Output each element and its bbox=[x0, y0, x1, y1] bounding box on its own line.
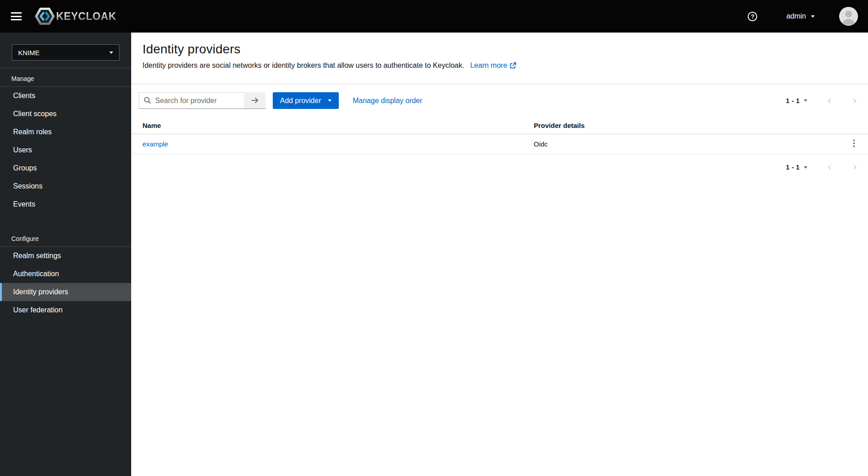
sidebar-item-user-federation[interactable]: User federation bbox=[0, 301, 131, 319]
previous-page-button[interactable] bbox=[826, 164, 833, 171]
kebab-icon bbox=[853, 139, 855, 147]
previous-page-button[interactable] bbox=[826, 97, 833, 104]
provider-details-cell: Oidc bbox=[522, 134, 839, 154]
pagination-range: 1 - 1 bbox=[786, 97, 800, 104]
provider-name-link[interactable]: example bbox=[142, 140, 168, 148]
sidebar-item-realm-roles[interactable]: Realm roles bbox=[0, 123, 131, 141]
pagination-options-toggle[interactable]: 1 - 1 bbox=[786, 97, 807, 104]
avatar[interactable] bbox=[839, 7, 858, 26]
realm-selector-value: KNIME bbox=[18, 49, 40, 57]
nav-group-title-configure: Configure bbox=[0, 228, 131, 247]
page-description-row: Identity providers are social networks o… bbox=[142, 61, 857, 70]
chevron-down-icon bbox=[328, 99, 332, 102]
add-provider-label: Add provider bbox=[280, 97, 321, 105]
nav-group-title-manage: Manage bbox=[0, 68, 131, 87]
page-header: Identity providers Identity providers ar… bbox=[131, 33, 868, 84]
nav-group-configure: Configure Realm settings Authentication … bbox=[0, 228, 131, 319]
main-content: Identity providers Identity providers ar… bbox=[131, 33, 868, 476]
keycloak-hexagon-icon bbox=[34, 7, 55, 25]
column-header-name: Name bbox=[131, 117, 522, 134]
hamburger-menu-icon[interactable] bbox=[11, 12, 22, 20]
chevron-down-icon bbox=[811, 15, 815, 18]
chevron-down-icon bbox=[804, 99, 807, 102]
search-input[interactable] bbox=[139, 92, 244, 109]
page-description: Identity providers are social networks o… bbox=[142, 61, 464, 69]
sidebar-item-client-scopes[interactable]: Client scopes bbox=[0, 105, 131, 123]
chevron-left-icon bbox=[826, 97, 833, 104]
search-group bbox=[139, 92, 266, 109]
realm-selector[interactable]: KNIME bbox=[12, 44, 119, 61]
add-provider-button[interactable]: Add provider bbox=[273, 92, 339, 109]
pagination-range: 1 - 1 bbox=[786, 164, 800, 171]
sidebar-item-events[interactable]: Events bbox=[0, 195, 131, 213]
next-page-button[interactable] bbox=[852, 97, 858, 104]
sidebar-item-sessions[interactable]: Sessions bbox=[0, 177, 131, 195]
chevron-right-icon bbox=[852, 97, 858, 104]
row-actions-kebab-button[interactable] bbox=[849, 137, 859, 151]
manage-display-order-link[interactable]: Manage display order bbox=[353, 97, 422, 105]
search-icon bbox=[144, 97, 151, 104]
table-header-row: Name Provider details bbox=[131, 117, 868, 134]
avatar-person-icon bbox=[839, 7, 858, 26]
identity-providers-table: Name Provider details example Oidc bbox=[131, 117, 868, 154]
sidebar-item-identity-providers[interactable]: Identity providers bbox=[0, 283, 131, 301]
chevron-down-icon bbox=[804, 166, 807, 169]
sidebar-item-groups[interactable]: Groups bbox=[0, 159, 131, 177]
pagination-options-toggle[interactable]: 1 - 1 bbox=[786, 164, 807, 171]
nav-group-manage: Manage Clients Client scopes Realm roles… bbox=[0, 68, 131, 213]
table-row: example Oidc bbox=[131, 134, 868, 154]
sidebar-item-realm-settings[interactable]: Realm settings bbox=[0, 247, 131, 265]
pagination-top: 1 - 1 bbox=[786, 97, 858, 104]
chevron-right-icon bbox=[852, 164, 858, 171]
app-window: KEYCLOAK ? admin KNIME bbox=[0, 0, 868, 476]
masthead-actions: ? admin bbox=[748, 7, 858, 26]
sidebar-item-users[interactable]: Users bbox=[0, 141, 131, 159]
external-link-icon bbox=[510, 62, 516, 69]
toolbar: Add provider Manage display order 1 - 1 bbox=[131, 84, 868, 117]
column-header-actions bbox=[839, 117, 868, 134]
chevron-down-icon bbox=[109, 52, 113, 54]
masthead: KEYCLOAK ? admin bbox=[0, 0, 868, 33]
learn-more-link[interactable]: Learn more bbox=[470, 61, 516, 70]
chevron-left-icon bbox=[826, 164, 833, 171]
help-button[interactable]: ? bbox=[748, 12, 757, 21]
sidebar-item-clients[interactable]: Clients bbox=[0, 87, 131, 105]
brand-text: KEYCLOAK bbox=[56, 10, 116, 23]
user-menu-button[interactable]: admin bbox=[783, 12, 817, 21]
learn-more-label: Learn more bbox=[470, 61, 507, 70]
next-page-button[interactable] bbox=[852, 164, 858, 171]
sidebar: KNIME Manage Clients Client scopes Realm… bbox=[0, 33, 131, 476]
pagination-bottom: 1 - 1 bbox=[786, 164, 858, 171]
column-header-provider-details: Provider details bbox=[522, 117, 839, 134]
username: admin bbox=[786, 12, 806, 20]
arrow-right-icon bbox=[251, 97, 259, 104]
help-icon: ? bbox=[748, 12, 757, 21]
search-submit-button[interactable] bbox=[244, 92, 266, 109]
pagination-bottom-row: 1 - 1 bbox=[131, 154, 868, 180]
sidebar-item-authentication[interactable]: Authentication bbox=[0, 265, 131, 283]
page-title: Identity providers bbox=[142, 42, 857, 57]
keycloak-logo: KEYCLOAK bbox=[34, 7, 116, 25]
